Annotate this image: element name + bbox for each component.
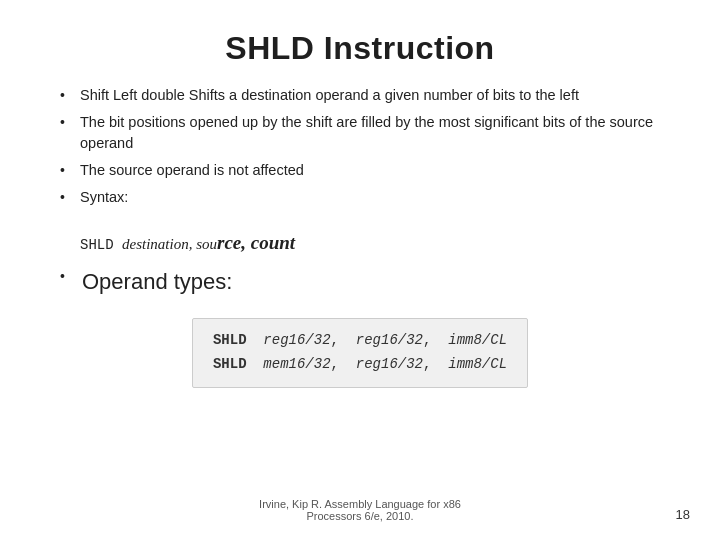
bullet-item-2: The bit positions opened up by the shift… xyxy=(60,112,670,154)
footer-line2: Processors 6/e, 2010. xyxy=(0,510,720,522)
code-line-1: SHLD reg16/32, reg16/32, imm8/CL xyxy=(213,329,507,353)
syntax-shld: SHLD xyxy=(80,237,122,253)
bullet-item-4: Syntax: xyxy=(60,187,670,208)
operand-bullet-item: Operand types: xyxy=(60,266,670,298)
syntax-large: rce, count xyxy=(217,232,295,253)
bullet-item-3: The source operand is not affected xyxy=(60,160,670,181)
bullet-list: Shift Left double Shifts a destination o… xyxy=(60,85,670,214)
footer: Irvine, Kip R. Assembly Language for x86… xyxy=(0,498,720,522)
footer-line1: Irvine, Kip R. Assembly Language for x86 xyxy=(0,498,720,510)
operand-bullet-list: Operand types: xyxy=(60,266,670,304)
syntax-line: SHLD destination, source, count xyxy=(80,232,670,254)
slide-title: SHLD Instruction xyxy=(50,30,670,67)
bullet-item-1: Shift Left double Shifts a destination o… xyxy=(60,85,670,106)
syntax-italic: destination, sou xyxy=(122,236,217,252)
page-number: 18 xyxy=(676,507,690,522)
code-box: SHLD reg16/32, reg16/32, imm8/CL SHLD me… xyxy=(192,318,528,388)
code-line-2: SHLD mem16/32, reg16/32, imm8/CL xyxy=(213,353,507,377)
slide: SHLD Instruction Shift Left double Shift… xyxy=(0,0,720,540)
code-container: SHLD reg16/32, reg16/32, imm8/CL SHLD me… xyxy=(50,318,670,388)
